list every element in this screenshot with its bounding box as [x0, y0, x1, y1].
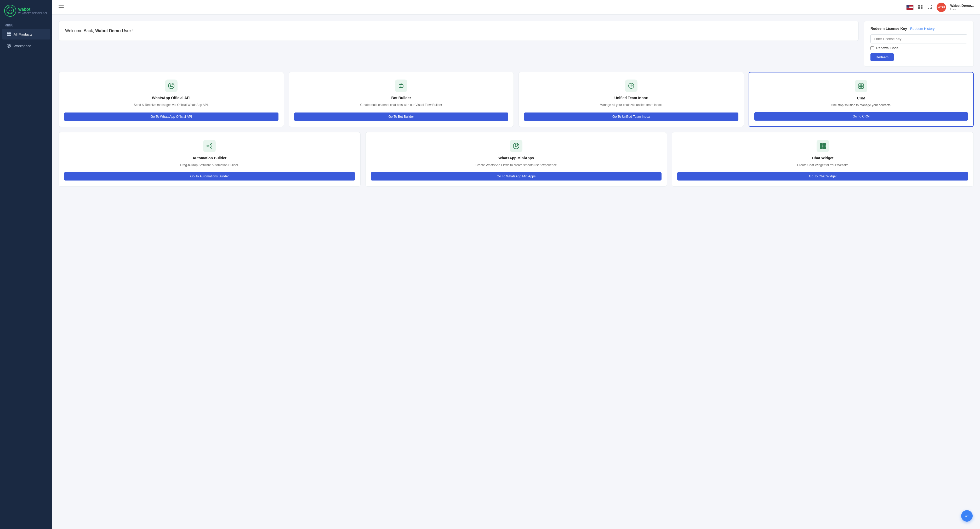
product-name-whatsapp-official-api: WhatsApp Official API	[152, 96, 190, 100]
renewal-label: Renewal Code	[876, 46, 899, 50]
product-name-crm: CRM	[857, 96, 865, 100]
product-icon-bot-builder	[395, 80, 407, 92]
svg-point-19	[631, 84, 632, 86]
license-card: Redeem License Key Redeem History Renewa…	[864, 21, 974, 67]
svg-rect-31	[823, 146, 826, 149]
svg-point-24	[207, 145, 208, 147]
product-btn-crm[interactable]: Go To CRM	[754, 112, 968, 121]
svg-rect-21	[861, 84, 863, 86]
hamburger-menu[interactable]	[59, 5, 64, 9]
product-btn-unified-team-inbox[interactable]: Go To Unified Team Inbox	[524, 113, 738, 121]
product-card-whatsapp-miniapps: WhatsApp MiniApps Create WhatsApp Flows …	[365, 132, 667, 186]
product-btn-automation-builder[interactable]: Go To Automations Builder	[64, 172, 355, 180]
fullscreen-icon[interactable]	[927, 4, 932, 10]
svg-point-17	[401, 83, 402, 84]
svg-point-25	[210, 143, 212, 145]
svg-point-13	[169, 83, 174, 89]
workspace-icon	[7, 44, 11, 48]
menu-label: MENU	[0, 21, 52, 29]
svg-point-16	[402, 86, 402, 87]
logo: wabot WHATSAPP OFFICIAL API	[0, 0, 52, 21]
top-row: Welcome Back, Wabot Demo User ! Redeem L…	[59, 21, 974, 67]
svg-rect-23	[861, 86, 863, 88]
grid-view-icon[interactable]	[918, 4, 923, 10]
brand-name: wabot	[18, 7, 47, 12]
avatar[interactable]: WDU	[937, 3, 946, 12]
product-card-unified-team-inbox: Unified Team Inbox Manage all your chats…	[519, 72, 744, 127]
svg-point-26	[210, 147, 212, 148]
svg-point-2	[9, 10, 10, 11]
svg-point-3	[11, 10, 12, 11]
svg-rect-6	[7, 35, 9, 36]
user-name: Wabot Demo...	[950, 4, 974, 8]
product-icon-unified-team-inbox	[625, 80, 638, 92]
svg-point-8	[8, 45, 10, 46]
product-card-bot-builder: Bot Builder Create multi-channel chat bo…	[289, 72, 514, 127]
product-icon-chat-widget	[816, 140, 829, 152]
svg-rect-10	[921, 5, 923, 6]
sidebar-item-label: Workspace	[14, 44, 31, 48]
sidebar-item-all-products[interactable]: All Products	[2, 29, 50, 40]
svg-rect-22	[859, 86, 861, 88]
product-icon-whatsapp-miniapps	[510, 140, 522, 152]
license-header: Redeem License Key Redeem History	[870, 26, 967, 30]
license-key-input[interactable]	[870, 34, 967, 43]
svg-rect-9	[918, 5, 920, 6]
sidebar: wabot WHATSAPP OFFICIAL API MENU All Pro…	[0, 0, 52, 529]
chat-fab[interactable]	[961, 510, 973, 522]
product-card-whatsapp-official-api: WhatsApp Official API Send & Receive mes…	[59, 72, 284, 127]
svg-point-18	[628, 83, 634, 88]
svg-rect-30	[820, 146, 822, 149]
product-name-whatsapp-miniapps: WhatsApp MiniApps	[498, 156, 534, 160]
product-desc-automation-builder: Drag-n-Drop Software Automation Builder.	[180, 163, 239, 167]
renewal-row: Renewal Code	[870, 46, 967, 50]
sidebar-item-label: All Products	[14, 32, 32, 37]
product-name-chat-widget: Chat Widget	[812, 156, 834, 160]
user-role: User	[950, 8, 974, 11]
product-btn-whatsapp-official-api[interactable]: Go To WhatsApp Official API	[64, 113, 278, 121]
redeem-button[interactable]: Redeem	[870, 53, 894, 61]
user-info: Wabot Demo... User	[950, 4, 974, 11]
header-right: WDU Wabot Demo... User	[906, 3, 974, 12]
svg-rect-11	[918, 7, 920, 9]
header-left	[59, 5, 64, 9]
product-btn-bot-builder[interactable]: Go To Bot Builder	[294, 113, 509, 121]
content: Welcome Back, Wabot Demo User ! Redeem L…	[52, 14, 980, 529]
product-name-bot-builder: Bot Builder	[391, 96, 411, 100]
svg-point-15	[400, 86, 401, 87]
main-area: WDU Wabot Demo... User Welcome Back, Wab…	[52, 0, 980, 529]
product-desc-crm: One stop solution to manage your contact…	[831, 103, 891, 108]
svg-point-0	[5, 5, 16, 16]
svg-rect-7	[9, 35, 11, 36]
products-row-1: WhatsApp Official API Send & Receive mes…	[59, 72, 974, 127]
welcome-card: Welcome Back, Wabot Demo User !	[59, 21, 859, 41]
product-btn-chat-widget[interactable]: Go To Chat Widget	[677, 172, 968, 180]
product-desc-chat-widget: Create Chat Widget for Your Website	[797, 163, 848, 167]
svg-rect-4	[7, 32, 9, 34]
redeem-history-link[interactable]: Redeem History	[910, 27, 934, 30]
welcome-text: Welcome Back, Wabot Demo User !	[65, 29, 852, 33]
svg-rect-12	[921, 7, 923, 9]
sidebar-item-workspace[interactable]: Workspace	[2, 41, 50, 51]
product-name-automation-builder: Automation Builder	[192, 156, 226, 160]
product-card-automation-builder: Automation Builder Drag-n-Drop Software …	[59, 132, 361, 186]
product-icon-whatsapp-official-api	[165, 80, 178, 92]
product-btn-whatsapp-miniapps[interactable]: Go To WhatsApp MiniApps	[371, 172, 662, 180]
svg-rect-5	[9, 32, 11, 34]
renewal-checkbox[interactable]	[870, 46, 874, 50]
products-row-2: Automation Builder Drag-n-Drop Software …	[59, 132, 974, 186]
license-title: Redeem License Key	[870, 26, 907, 30]
product-icon-automation-builder	[203, 140, 216, 152]
product-desc-whatsapp-official-api: Send & Receive messages via Official Wha…	[134, 102, 208, 108]
svg-rect-20	[859, 84, 861, 86]
product-desc-bot-builder: Create multi-channel chat bots with our …	[360, 102, 442, 108]
language-flag[interactable]	[906, 5, 913, 10]
svg-point-1	[7, 7, 14, 14]
product-name-unified-team-inbox: Unified Team Inbox	[614, 96, 648, 100]
svg-rect-28	[820, 143, 822, 146]
product-desc-whatsapp-miniapps: Create WhatsApp Flows to create smooth u…	[476, 163, 557, 167]
product-card-crm: CRM One stop solution to manage your con…	[749, 72, 974, 127]
product-card-chat-widget: Chat Widget Create Chat Widget for Your …	[672, 132, 974, 186]
brand-tagline: WHATSAPP OFFICIAL API	[18, 12, 47, 14]
svg-rect-29	[823, 143, 826, 146]
